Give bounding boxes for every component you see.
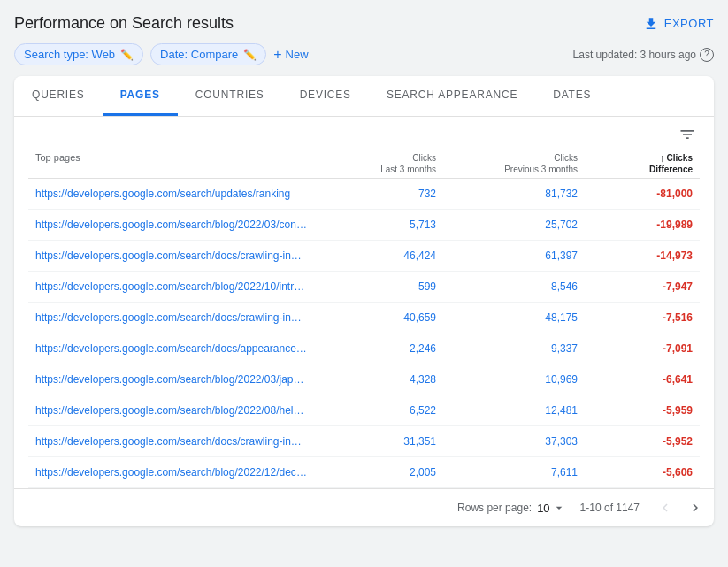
table-row: https://developers.google.com/search/doc…	[28, 426, 700, 457]
tab-devices[interactable]: DEVICES	[282, 76, 369, 116]
rows-per-page-label: Rows per page:	[457, 502, 532, 514]
clicks-prev: 9,337	[436, 342, 578, 355]
clicks-last: 2,246	[321, 342, 436, 355]
chevron-down-icon	[552, 501, 566, 515]
table-row: https://developers.google.com/search/upd…	[28, 179, 700, 210]
next-page-button[interactable]	[684, 498, 707, 517]
clicks-diff: -14,973	[578, 249, 693, 262]
page-url[interactable]: https://developers.google.com/search/doc…	[35, 342, 321, 355]
clicks-diff: -7,947	[578, 280, 693, 293]
clicks-last: 40,659	[321, 311, 436, 324]
clicks-diff: -7,516	[578, 311, 693, 324]
page-url[interactable]: https://developers.google.com/search/blo…	[35, 404, 321, 417]
tab-dates[interactable]: DATES	[535, 76, 609, 116]
clicks-last: 732	[321, 188, 436, 200]
col-header-clicks-prev: Clicks Previous 3 months	[436, 152, 578, 174]
clicks-diff: -5,959	[578, 404, 693, 417]
page-range: 1-10 of 1147	[580, 502, 640, 514]
filter-icon[interactable]	[678, 126, 696, 143]
page-url[interactable]: https://developers.google.com/search/blo…	[35, 280, 321, 293]
prev-page-button[interactable]	[654, 498, 677, 517]
date-filter[interactable]: Date: Compare ✏️	[150, 43, 266, 65]
download-icon	[643, 16, 659, 32]
main-card: QUERIES PAGES COUNTRIES DEVICES SEARCH A…	[14, 76, 714, 526]
tabs-row: QUERIES PAGES COUNTRIES DEVICES SEARCH A…	[14, 76, 714, 117]
clicks-last: 46,424	[321, 249, 436, 262]
clicks-prev: 48,175	[436, 311, 578, 324]
table-row: https://developers.google.com/search/blo…	[28, 395, 700, 426]
page-url[interactable]: https://developers.google.com/search/blo…	[35, 218, 321, 231]
page-url[interactable]: https://developers.google.com/search/blo…	[35, 373, 321, 386]
plus-icon: +	[273, 48, 281, 62]
rows-per-page-select[interactable]: 10	[537, 501, 565, 515]
table-row: https://developers.google.com/search/blo…	[28, 364, 700, 395]
clicks-diff: -5,952	[578, 435, 693, 448]
page-url[interactable]: https://developers.google.com/search/doc…	[35, 249, 321, 262]
clicks-last: 5,713	[321, 218, 436, 231]
clicks-prev: 25,702	[436, 218, 578, 231]
table-rows-container: https://developers.google.com/search/upd…	[28, 179, 700, 488]
clicks-last: 2,005	[321, 466, 436, 479]
clicks-prev: 8,546	[436, 280, 578, 293]
page-title: Performance on Search results	[14, 14, 234, 33]
clicks-last: 6,522	[321, 404, 436, 417]
page-url[interactable]: https://developers.google.com/search/blo…	[35, 466, 321, 479]
table-row: https://developers.google.com/search/blo…	[28, 272, 700, 303]
table-row: https://developers.google.com/search/blo…	[28, 210, 700, 241]
export-button[interactable]: EXPORT	[643, 16, 714, 32]
tab-search-appearance[interactable]: SEARCH APPEARANCE	[369, 76, 535, 116]
page-url[interactable]: https://developers.google.com/search/doc…	[35, 311, 321, 324]
pagination-row: Rows per page: 10 1-10 of 1147	[14, 488, 714, 526]
info-icon[interactable]: ?	[700, 48, 714, 62]
clicks-prev: 37,303	[436, 435, 578, 448]
clicks-last: 4,328	[321, 373, 436, 386]
chevron-right-icon	[687, 500, 703, 516]
clicks-prev: 7,611	[436, 466, 578, 479]
table-row: https://developers.google.com/search/blo…	[28, 457, 700, 488]
clicks-diff: -5,606	[578, 466, 693, 479]
clicks-diff: -6,641	[578, 373, 693, 386]
edit-icon: ✏️	[243, 49, 257, 61]
table-area: Top pages Clicks Last 3 months Clicks Pr…	[14, 117, 714, 488]
new-filter-button[interactable]: + New	[273, 48, 308, 62]
page-url[interactable]: https://developers.google.com/search/doc…	[35, 435, 321, 448]
table-row: https://developers.google.com/search/doc…	[28, 241, 700, 272]
clicks-last: 31,351	[321, 435, 436, 448]
search-type-filter[interactable]: Search type: Web ✏️	[14, 43, 143, 65]
clicks-prev: 61,397	[436, 249, 578, 262]
col-header-clicks-last: Clicks Last 3 months	[321, 152, 436, 174]
clicks-prev: 10,969	[436, 373, 578, 386]
table-row: https://developers.google.com/search/doc…	[28, 333, 700, 364]
table-row: https://developers.google.com/search/doc…	[28, 303, 700, 333]
clicks-diff: -7,091	[578, 342, 693, 355]
edit-icon: ✏️	[120, 49, 134, 61]
tab-countries[interactable]: COUNTRIES	[178, 76, 282, 116]
clicks-last: 599	[321, 280, 436, 293]
chevron-left-icon	[657, 500, 673, 516]
tab-queries[interactable]: QUERIES	[14, 76, 103, 116]
tab-pages[interactable]: PAGES	[103, 76, 178, 116]
clicks-diff: -19,989	[578, 218, 693, 231]
page-url[interactable]: https://developers.google.com/search/upd…	[35, 188, 321, 200]
clicks-prev: 81,732	[436, 188, 578, 200]
col-header-clicks-diff: ↑ Clicks Difference	[578, 152, 693, 174]
clicks-prev: 12,481	[436, 404, 578, 417]
clicks-diff: -81,000	[578, 188, 693, 200]
col-header-url: Top pages	[35, 152, 321, 174]
last-updated: Last updated: 3 hours ago ?	[573, 48, 714, 62]
